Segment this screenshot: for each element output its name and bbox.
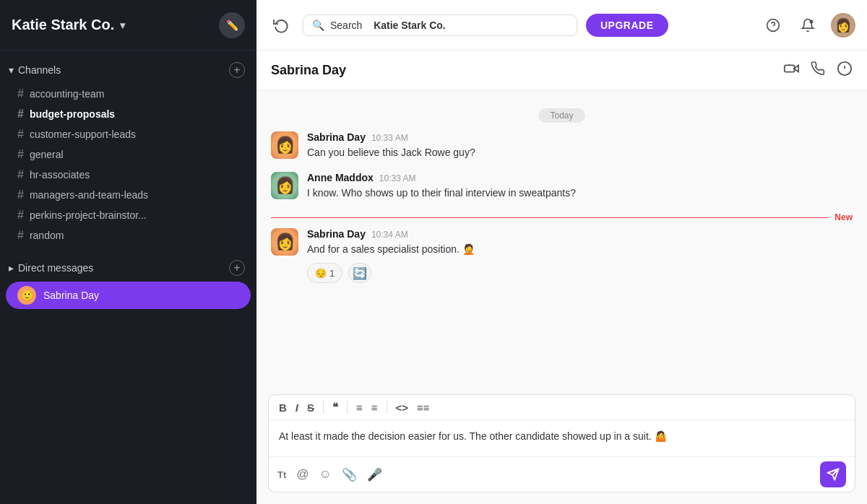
hash-icon: # <box>17 209 24 222</box>
compose-toolbar: B I S ❝ ≡ ≡ <> ≡≡ <box>269 395 855 420</box>
topbar-icons: 👩 <box>762 13 855 38</box>
channel-name: perkins-project-brainstor... <box>30 209 147 221</box>
channels-section-header[interactable]: ▾ Channels + <box>0 59 256 81</box>
chevron-down-icon: ▾ <box>9 64 14 76</box>
channel-item-hr-associates[interactable]: # hr-associates <box>6 165 251 185</box>
channels-label: Channels <box>18 64 61 76</box>
strikethrough-button[interactable]: S <box>307 401 314 414</box>
svg-point-5 <box>788 64 790 66</box>
channel-name: random <box>30 230 64 241</box>
workspace-name-text: Katie Stark Co. <box>12 17 114 33</box>
channel-item-budget-proposals[interactable]: # budget-proposals <box>6 104 251 124</box>
hash-icon: # <box>17 108 24 121</box>
add-channel-button[interactable]: + <box>229 62 245 78</box>
sidebar: Katie Stark Co. ▾ ✏️ ▾ Channels + # acco… <box>0 0 256 504</box>
dm-label: Direct messages <box>18 262 93 274</box>
message-row: 👩 Anne Maddox 10:33 AM I know. Who shows… <box>271 172 853 201</box>
compose-box: B I S ❝ ≡ ≡ <> ≡≡ At least it made the d… <box>268 394 855 492</box>
reaction-row: 😔 1 🔄 <box>307 263 853 283</box>
reaction-pill-sad[interactable]: 😔 1 <box>307 263 342 283</box>
channel-item-perkins-project[interactable]: # perkins-project-brainstor... <box>6 205 251 225</box>
hash-icon: # <box>17 87 24 100</box>
help-icon[interactable] <box>762 14 785 37</box>
avatar-anne: 👩 <box>271 172 298 199</box>
message-header: Sabrina Day 10:34 AM <box>307 228 853 240</box>
avatar-sabrina: 👩 <box>271 228 298 256</box>
code-block-button[interactable]: ≡≡ <box>417 401 430 414</box>
message-header: Sabrina Day 10:33 AM <box>307 131 853 143</box>
voice-icon[interactable]: 🎤 <box>367 467 382 482</box>
message-text: Can you believe this Jack Rowe guy? <box>307 145 853 160</box>
notifications-icon[interactable] <box>796 14 819 37</box>
italic-button[interactable]: I <box>296 401 298 414</box>
message-time: 10:34 AM <box>371 230 408 240</box>
message-content: Sabrina Day 10:33 AM Can you believe thi… <box>307 131 853 160</box>
reaction-count: 1 <box>329 268 335 279</box>
toolbar-divider <box>323 401 324 414</box>
phone-icon[interactable] <box>811 61 825 79</box>
compose-footer: Tt @ ☺ 📎 🎤 <box>269 456 855 492</box>
add-reaction-button[interactable]: 🔄 <box>348 263 371 283</box>
topbar: 🔍 Search Katie Stark Co. UPGRADE <box>256 0 867 51</box>
hash-icon: # <box>17 128 24 141</box>
channel-name: budget-proposals <box>30 108 115 120</box>
text-format-icon[interactable]: Tt <box>277 469 286 480</box>
channel-list: # accounting-team # budget-proposals # c… <box>0 84 256 246</box>
dm-section-header[interactable]: ▸ Direct messages + <box>0 257 256 279</box>
message-header: Anne Maddox 10:33 AM <box>307 172 853 183</box>
upgrade-button[interactable]: UPGRADE <box>586 14 668 37</box>
video-call-icon[interactable] <box>783 61 799 80</box>
mention-icon[interactable]: @ <box>296 467 309 482</box>
bold-button[interactable]: B <box>279 401 287 414</box>
new-label: New <box>829 212 853 222</box>
chat-header: Sabrina Day <box>256 51 867 91</box>
channels-section-title: ▾ Channels <box>9 64 61 76</box>
hash-icon: # <box>17 148 24 161</box>
history-button[interactable] <box>268 12 294 38</box>
sender-name: Anne Maddox <box>307 172 374 183</box>
sidebar-header: Katie Stark Co. ▾ ✏️ <box>0 0 256 51</box>
channel-item-managers-and-team-leads[interactable]: # managers-and-team-leads <box>6 185 251 205</box>
date-label: Today <box>538 108 585 123</box>
hash-icon: # <box>17 168 24 181</box>
search-workspace-text: Katie Stark Co. <box>374 19 446 31</box>
channel-item-general[interactable]: # general <box>6 144 251 165</box>
edit-button[interactable]: ✏️ <box>219 12 245 38</box>
hash-icon: # <box>17 229 24 242</box>
message-row: 👩 Sabrina Day 10:33 AM Can you believe t… <box>271 131 853 160</box>
channel-item-random[interactable]: # random <box>6 225 251 246</box>
toolbar-divider <box>347 401 348 414</box>
ordered-list-button[interactable]: ≡ <box>356 401 363 414</box>
user-avatar[interactable]: 👩 <box>831 13 855 38</box>
emoji-icon[interactable]: ☺ <box>319 467 332 482</box>
channel-item-accounting-team[interactable]: # accounting-team <box>6 84 251 104</box>
search-bar[interactable]: 🔍 Search Katie Stark Co. <box>303 14 577 36</box>
attachment-icon[interactable]: 📎 <box>342 467 357 482</box>
channel-item-customer-support-leads[interactable]: # customer-support-leads <box>6 124 251 144</box>
dm-avatar-sabrina: 🙂 <box>17 286 36 305</box>
toolbar-divider <box>387 401 387 414</box>
search-icon: 🔍 <box>312 19 324 31</box>
reaction-emoji: 😔 <box>315 268 327 279</box>
dm-name: Sabrina Day <box>43 290 99 301</box>
info-icon[interactable] <box>837 61 853 80</box>
workspace-name[interactable]: Katie Stark Co. ▾ <box>12 17 125 33</box>
avatar-sabrina: 👩 <box>271 131 298 159</box>
message-content: Anne Maddox 10:33 AM I know. Who shows u… <box>307 172 853 201</box>
message-time: 10:33 AM <box>371 133 408 143</box>
send-button[interactable] <box>820 461 846 487</box>
code-button[interactable]: <> <box>396 401 409 414</box>
compose-text[interactable]: At least it made the decision easier for… <box>269 420 855 456</box>
message-text: And for a sales specialist position. 🤦 <box>307 242 853 257</box>
sender-name: Sabrina Day <box>307 228 366 240</box>
dm-section-title: ▸ Direct messages <box>9 262 93 274</box>
dm-section: ▸ Direct messages + 🙂 Sabrina Day <box>0 257 256 309</box>
new-messages-divider: New <box>271 212 853 222</box>
unordered-list-button[interactable]: ≡ <box>371 401 378 414</box>
messages-list: Today 👩 Sabrina Day 10:33 AM Can you bel… <box>256 91 867 394</box>
blockquote-button[interactable]: ❝ <box>332 401 338 414</box>
add-dm-button[interactable]: + <box>229 260 245 276</box>
chat-header-icons <box>783 61 853 80</box>
dm-item-sabrina-day[interactable]: 🙂 Sabrina Day <box>6 282 251 309</box>
channel-name: customer-support-leads <box>30 129 136 140</box>
